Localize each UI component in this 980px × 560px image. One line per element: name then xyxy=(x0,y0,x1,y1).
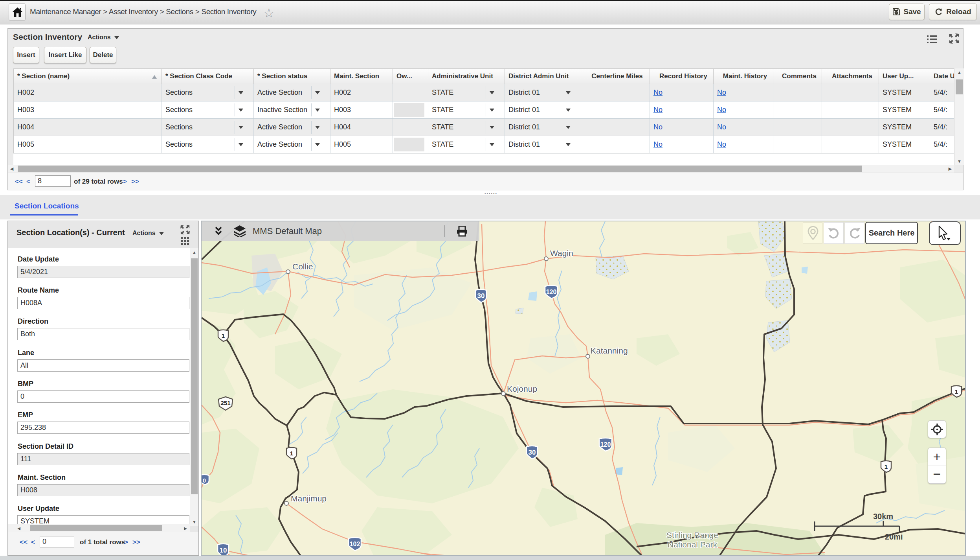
svg-text:Manjimup: Manjimup xyxy=(291,494,327,503)
svg-text:1: 1 xyxy=(222,332,225,339)
svg-text:Katanning: Katanning xyxy=(591,346,628,355)
svg-text:1: 1 xyxy=(955,388,958,395)
svg-text:30km: 30km xyxy=(873,512,893,521)
svg-text:0: 0 xyxy=(203,477,206,484)
svg-text:251: 251 xyxy=(220,400,230,406)
svg-text:30: 30 xyxy=(477,292,485,300)
svg-text:120: 120 xyxy=(546,289,557,295)
svg-text:National Park: National Park xyxy=(668,540,718,549)
svg-text:30: 30 xyxy=(529,449,536,456)
svg-text:102: 102 xyxy=(350,541,360,547)
svg-text:Collie: Collie xyxy=(292,262,313,271)
svg-text:Kojonup: Kojonup xyxy=(507,384,537,393)
svg-text:Stirling Range: Stirling Range xyxy=(666,531,718,540)
svg-text:120: 120 xyxy=(600,441,611,448)
svg-text:1: 1 xyxy=(885,463,888,470)
svg-text:10: 10 xyxy=(220,547,227,554)
svg-text:1: 1 xyxy=(290,450,293,457)
svg-text:Wagin: Wagin xyxy=(550,249,573,258)
svg-text:20mi: 20mi xyxy=(885,532,903,541)
